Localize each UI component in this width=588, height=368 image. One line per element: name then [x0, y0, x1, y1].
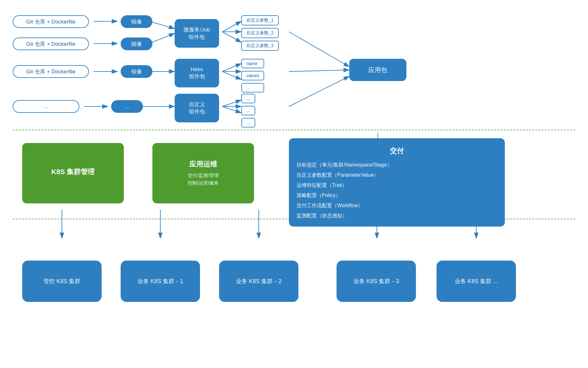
- svg-line-21: [289, 76, 349, 106]
- param-item: name: [241, 59, 264, 68]
- app-package-box: 应用包: [349, 59, 406, 81]
- svg-line-15: [222, 72, 241, 79]
- svg-line-7: [149, 33, 175, 44]
- image-box-dots: ...: [111, 100, 143, 113]
- source-box-dots: ...: [13, 100, 79, 113]
- param-item: ...: [241, 106, 255, 115]
- image-box-3: 镜像: [121, 65, 152, 78]
- param-group-3: ... ... ...: [241, 94, 255, 127]
- svg-line-13: [222, 64, 241, 72]
- param-group-1: 自定义参数_1 自定义参数_2 自定义参数_3: [241, 15, 279, 51]
- param-item: ...: [241, 118, 255, 127]
- svg-line-16: [222, 100, 241, 106]
- svg-line-18: [222, 106, 241, 113]
- middle-section: K8S 集群管理 应用运维 交付/监测/管理 控制/运营/服务 交付 目标选定（…: [13, 133, 575, 216]
- cluster-box-1: 业务 K8S 集群－1: [121, 261, 200, 302]
- cluster-box-2: 业务 K8S 集群－2: [219, 261, 298, 302]
- top-section: Git 仓库 + Dockerfile Git 仓库 + Dockerfile …: [13, 10, 575, 127]
- param-item: 自定义参数_3: [241, 41, 279, 51]
- image-box-1: 镜像: [121, 15, 152, 28]
- cluster-box-4: 业务 K8S 集群 ...: [437, 261, 516, 302]
- app-ops-box: 应用运维 交付/监测/管理 控制/运营/服务: [152, 143, 254, 203]
- source-box-3: Git 仓库 + Dockerfile: [13, 65, 89, 78]
- bottom-section: 管控 K8S 集群 业务 K8S 集群－1 业务 K8S 集群－2 业务 K8S…: [13, 232, 575, 302]
- component-box-3: 自定义 组件包: [175, 94, 219, 122]
- k8s-cluster-box: K8S 集群管理: [22, 143, 124, 203]
- param-item: 自定义参数_1: [241, 15, 279, 25]
- component-box-1: 微服务/Job 组件包: [175, 19, 219, 48]
- param-item: ...: [241, 94, 255, 103]
- svg-line-20: [289, 70, 349, 72]
- param-group-2: name values ...: [241, 59, 264, 92]
- param-item: values: [241, 71, 264, 80]
- cluster-box-0: 管控 K8S 集群: [22, 261, 102, 302]
- source-box-2: Git 仓库 + Dockerfile: [13, 37, 89, 50]
- delivery-items: 目标选定（单元/集群/Namespace/Stage） 自定义参数配置（Para…: [297, 160, 497, 221]
- param-item: ...: [241, 83, 264, 92]
- svg-line-19: [289, 32, 349, 67]
- param-item: 自定义参数_2: [241, 28, 279, 38]
- diagram-container: Git 仓库 + Dockerfile Git 仓库 + Dockerfile …: [0, 0, 588, 368]
- delivery-box: 交付 目标选定（单元/集群/Namespace/Stage） 自定义参数配置（P…: [289, 138, 505, 227]
- image-box-2: 镜像: [121, 37, 152, 50]
- component-box-2: Helm 组件包: [175, 59, 219, 87]
- svg-line-6: [149, 21, 175, 29]
- cluster-box-3: 业务 K8S 集群－3: [337, 261, 416, 302]
- dashed-separator-1: [13, 130, 575, 130]
- svg-line-12: [222, 32, 241, 42]
- top-arrows-svg: [13, 10, 575, 127]
- svg-line-10: [222, 21, 241, 32]
- source-box-1: Git 仓库 + Dockerfile: [13, 15, 89, 28]
